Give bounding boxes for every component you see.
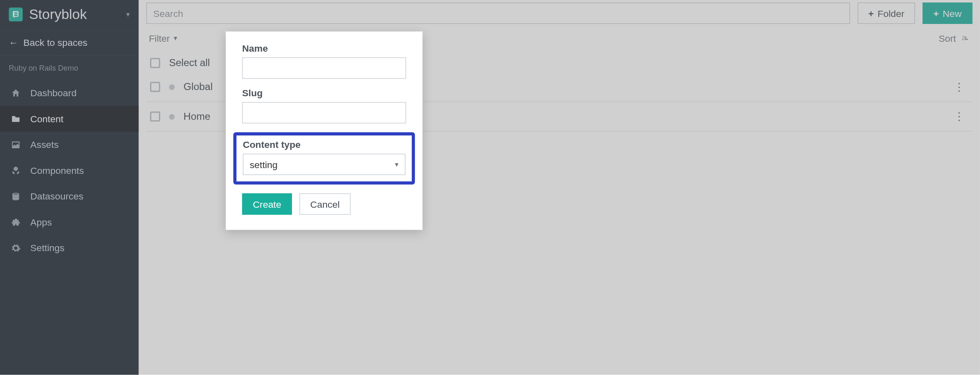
caret-down-icon: ▾ (395, 160, 399, 169)
modal-actions: Create Cancel (242, 193, 406, 215)
content-type-value: setting (250, 159, 277, 170)
name-field: Name (242, 43, 406, 79)
content-type-highlight: Content type setting ▾ (233, 132, 415, 185)
create-entry-modal: Name Slug Content type setting ▾ Create … (226, 31, 423, 230)
modal-backdrop[interactable] (0, 0, 980, 375)
content-type-select[interactable]: setting ▾ (243, 154, 405, 175)
create-button-label: Create (253, 199, 282, 209)
content-type-label: Content type (243, 139, 405, 150)
slug-input[interactable] (242, 102, 406, 123)
name-input[interactable] (242, 57, 406, 79)
name-label: Name (242, 43, 406, 54)
slug-field: Slug (242, 88, 406, 123)
cancel-button-label: Cancel (310, 199, 339, 209)
create-button[interactable]: Create (242, 193, 292, 215)
slug-label: Slug (242, 88, 406, 98)
cancel-button[interactable]: Cancel (299, 193, 350, 215)
